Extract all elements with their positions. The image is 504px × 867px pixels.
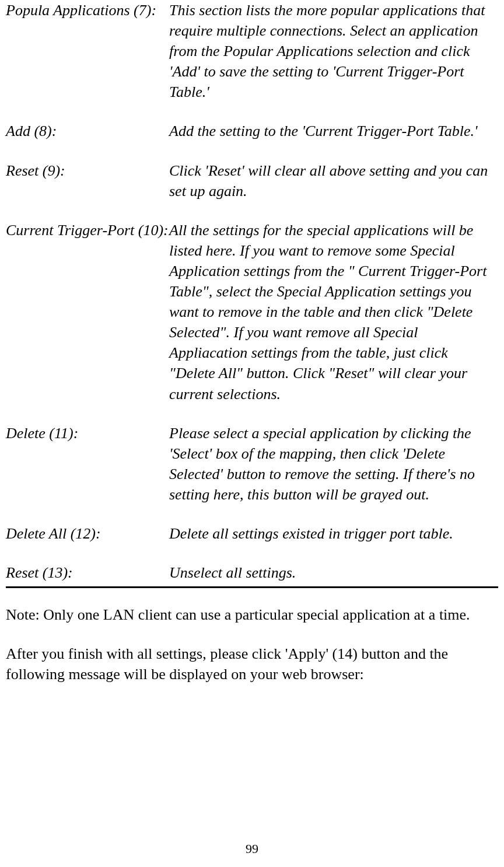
- page: Popula Applications (7): This section li…: [6, 0, 498, 867]
- definition-row: Delete All (12): Delete all settings exi…: [6, 523, 498, 544]
- definition-label: Add (8):: [6, 121, 169, 141]
- definition-description: This section lists the more popular appl…: [169, 0, 498, 102]
- definition-label: Delete (11):: [6, 423, 169, 443]
- definition-description: Please select a special application by c…: [169, 423, 498, 505]
- definition-description: Add the setting to the 'Current Trigger-…: [169, 121, 498, 141]
- definition-description: All the settings for the special applica…: [169, 220, 498, 404]
- definition-label: Reset (9):: [6, 160, 169, 181]
- definition-row: Popula Applications (7): This section li…: [6, 0, 498, 102]
- definition-label: Delete All (12):: [6, 523, 169, 544]
- definition-row: Reset (9): Click 'Reset' will clear all …: [6, 160, 498, 201]
- definition-label: Current Trigger-Port (10):: [6, 220, 169, 240]
- note-text: Note: Only one LAN client can use a part…: [6, 604, 498, 625]
- definition-description: Unselect all settings.: [169, 562, 498, 583]
- definitions-table: Popula Applications (7): This section li…: [6, 0, 498, 588]
- note-text: After you finish with all settings, plea…: [6, 644, 498, 684]
- definition-row: Reset (13): Unselect all settings.: [6, 562, 498, 583]
- definition-row: Add (8): Add the setting to the 'Current…: [6, 121, 498, 141]
- definition-description: Delete all settings existed in trigger p…: [169, 523, 498, 544]
- definition-label: Reset (13):: [6, 562, 169, 583]
- definition-row: Current Trigger-Port (10): All the setti…: [6, 220, 498, 404]
- definition-description: Click 'Reset' will clear all above setti…: [169, 160, 498, 201]
- definition-label: Popula Applications (7):: [6, 0, 169, 20]
- definition-row: Delete (11): Please select a special app…: [6, 423, 498, 505]
- page-number: 99: [6, 841, 498, 856]
